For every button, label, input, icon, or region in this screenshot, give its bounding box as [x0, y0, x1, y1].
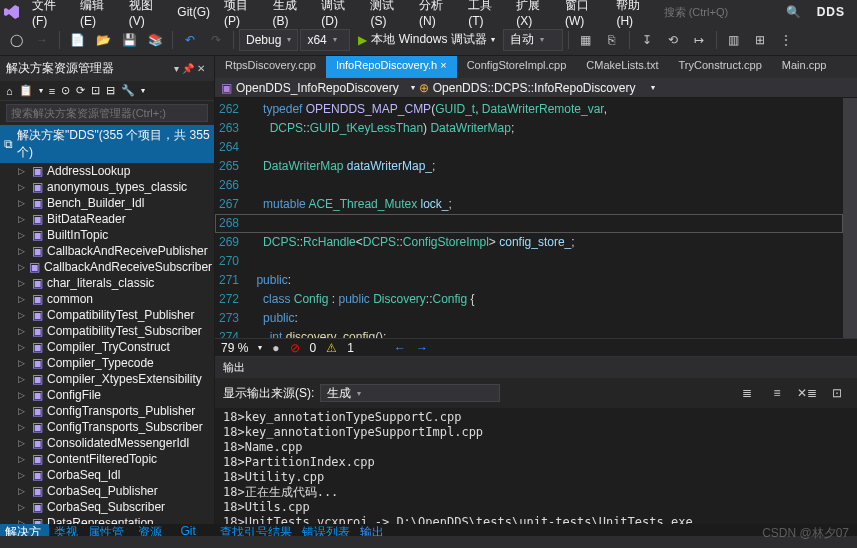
tab[interactable]: 属性管理器	[83, 524, 133, 536]
menu-item[interactable]: 扩展(X)	[510, 0, 557, 30]
tb-icon[interactable]: ⊟	[106, 84, 115, 97]
project-node[interactable]: ▷▣anonymous_types_classic	[0, 179, 214, 195]
project-node[interactable]: ▷▣ConfigTransports_Publisher	[0, 403, 214, 419]
menu-item[interactable]: 视图(V)	[123, 0, 170, 30]
tb-icon[interactable]: 📋	[19, 84, 33, 97]
project-node[interactable]: ▷▣ConfigFile	[0, 387, 214, 403]
project-node[interactable]: ▷▣char_literals_classic	[0, 275, 214, 291]
file-tab[interactable]: InfoRepoDiscovery.h ×	[326, 56, 457, 78]
tab[interactable]: Git 更改	[175, 524, 214, 536]
platform-combo[interactable]: x64▾	[300, 29, 350, 51]
project-node[interactable]: ▷▣ConsolidatedMessengerIdl	[0, 435, 214, 451]
menu-item[interactable]: Git(G)	[171, 3, 216, 21]
wrench-icon[interactable]: 🔧	[121, 84, 135, 97]
output-source-combo[interactable]: 生成▾	[320, 384, 500, 402]
mode-combo[interactable]: 自动▾	[503, 29, 563, 51]
menu-search[interactable]	[664, 6, 784, 18]
tb-icon[interactable]: ⟲	[661, 28, 685, 52]
tb-icon[interactable]: ↧	[635, 28, 659, 52]
project-tree[interactable]: ▷▣AddressLookup▷▣anonymous_types_classic…	[0, 163, 214, 524]
tb-icon[interactable]: ⊙	[61, 84, 70, 97]
tab[interactable]: 错误列表	[297, 524, 355, 536]
project-node[interactable]: ▷▣CompatibilityTest_Publisher	[0, 307, 214, 323]
tb-icon[interactable]: ↦	[687, 28, 711, 52]
project-node[interactable]: ▷▣AddressLookup	[0, 163, 214, 179]
save-all-icon[interactable]: 📚	[143, 28, 167, 52]
tb-icon[interactable]: ≡	[49, 85, 55, 97]
redo-icon[interactable]: ↷	[204, 28, 228, 52]
menu-item[interactable]: 文件(F)	[26, 0, 72, 30]
member-combo[interactable]: ▾⊕OpenDDS::DCPS::InfoRepoDiscovery	[405, 81, 645, 95]
tab[interactable]: 输出	[355, 524, 389, 536]
config-combo[interactable]: Debug▾	[239, 29, 298, 51]
project-node[interactable]: ▷▣BuiltInTopic	[0, 227, 214, 243]
file-tab[interactable]: RtpsDiscovery.cpp	[215, 56, 326, 78]
project-node[interactable]: ▷▣Compiler_Typecode	[0, 355, 214, 371]
project-node[interactable]: ▷▣CallbackAndReceivePublisher	[0, 243, 214, 259]
tb-icon[interactable]: ▦	[574, 28, 598, 52]
menu-item[interactable]: 调试(D)	[315, 0, 362, 30]
file-tab[interactable]: ConfigStoreImpl.cpp	[457, 56, 577, 78]
nav-next-icon[interactable]: →	[416, 341, 428, 355]
search-icon[interactable]: 🔍	[786, 5, 801, 19]
menu-item[interactable]: 窗口(W)	[559, 0, 609, 30]
menu-item[interactable]: 项目(P)	[218, 0, 265, 30]
tab[interactable]: 查找引号结果	[215, 524, 297, 536]
pin-icon[interactable]: ▾ 📌 ✕	[171, 63, 208, 74]
tb-icon[interactable]: ⋮	[774, 28, 798, 52]
menu-search-input[interactable]	[664, 6, 784, 18]
tb-icon[interactable]: ≣	[735, 381, 759, 405]
tab[interactable]: 类视图	[49, 524, 83, 536]
run-button[interactable]: ▶本地 Windows 调试器▾	[352, 29, 500, 51]
project-node[interactable]: ▷▣ContentFilteredTopic	[0, 451, 214, 467]
solution-node[interactable]: ⧉ 解决方案"DDS"(355 个项目，共 355 个)	[0, 125, 214, 163]
error-icon[interactable]: ⊘	[290, 341, 300, 355]
menu-item[interactable]: 测试(S)	[364, 0, 411, 30]
tab[interactable]: 解决方案...	[0, 524, 49, 536]
open-icon[interactable]: 📂	[91, 28, 115, 52]
warning-icon[interactable]: ⚠	[326, 341, 337, 355]
sln-search-input[interactable]	[6, 104, 208, 122]
project-node[interactable]: ▷▣CorbaSeq_Subscriber	[0, 499, 214, 515]
output-text[interactable]: 18>key_annotationTypeSupportC.cpp 18>key…	[215, 408, 857, 524]
scope-combo[interactable]: ▣OpenDDS_InfoRepoDiscovery	[215, 81, 405, 95]
menu-item[interactable]: 编辑(E)	[74, 0, 121, 30]
code-text[interactable]: typedef OPENDDS_MAP_CMP(GUID_t, DataWrit…	[249, 98, 843, 338]
file-tab[interactable]: Main.cpp	[772, 56, 837, 78]
file-tab[interactable]: TryConstruct.cpp	[668, 56, 771, 78]
tb-icon[interactable]: ≡	[765, 381, 789, 405]
output-bottom-tabs[interactable]: 查找引号结果错误列表输出	[215, 524, 857, 536]
menu-item[interactable]: 帮助(H)	[610, 0, 657, 30]
home-icon[interactable]: ⌂	[6, 85, 13, 97]
nav-back-icon[interactable]: ◯	[4, 28, 28, 52]
project-node[interactable]: ▷▣Compiler_TryConstruct	[0, 339, 214, 355]
tb-icon[interactable]: ✕≣	[795, 381, 819, 405]
project-node[interactable]: ▷▣Compiler_XtypesExtensibility	[0, 371, 214, 387]
tb-icon[interactable]: ⊡	[91, 84, 100, 97]
tb-icon[interactable]: ▥	[722, 28, 746, 52]
nav-prev-icon[interactable]: ←	[394, 341, 406, 355]
code-editor[interactable]: 262263264265266267268269270271272273274 …	[215, 98, 857, 338]
project-node[interactable]: ▷▣BitDataReader	[0, 211, 214, 227]
menu-item[interactable]: 生成(B)	[267, 0, 314, 30]
nav-fwd-icon[interactable]: →	[30, 28, 54, 52]
new-file-icon[interactable]: 📄	[65, 28, 89, 52]
tab[interactable]: 资源视图	[133, 524, 175, 536]
project-node[interactable]: ▷▣DataRepresentation	[0, 515, 214, 524]
project-node[interactable]: ▷▣common	[0, 291, 214, 307]
menu-item[interactable]: 分析(N)	[413, 0, 460, 30]
tb-icon[interactable]: ⊡	[825, 381, 849, 405]
project-node[interactable]: ▷▣Bench_Builder_Idl	[0, 195, 214, 211]
project-node[interactable]: ▷▣CorbaSeq_Idl	[0, 467, 214, 483]
tb-icon[interactable]: ⎘	[600, 28, 624, 52]
project-node[interactable]: ▷▣CallbackAndReceiveSubscriber	[0, 259, 214, 275]
project-node[interactable]: ▷▣ConfigTransports_Subscriber	[0, 419, 214, 435]
refresh-icon[interactable]: ⟳	[76, 84, 85, 97]
save-icon[interactable]: 💾	[117, 28, 141, 52]
file-tab[interactable]: CMakeLists.txt	[576, 56, 668, 78]
project-node[interactable]: ▷▣CorbaSeq_Publisher	[0, 483, 214, 499]
undo-icon[interactable]: ↶	[178, 28, 202, 52]
project-node[interactable]: ▷▣CompatibilityTest_Subscriber	[0, 323, 214, 339]
v-scrollbar[interactable]	[843, 98, 857, 338]
tb-icon[interactable]: ⊞	[748, 28, 772, 52]
